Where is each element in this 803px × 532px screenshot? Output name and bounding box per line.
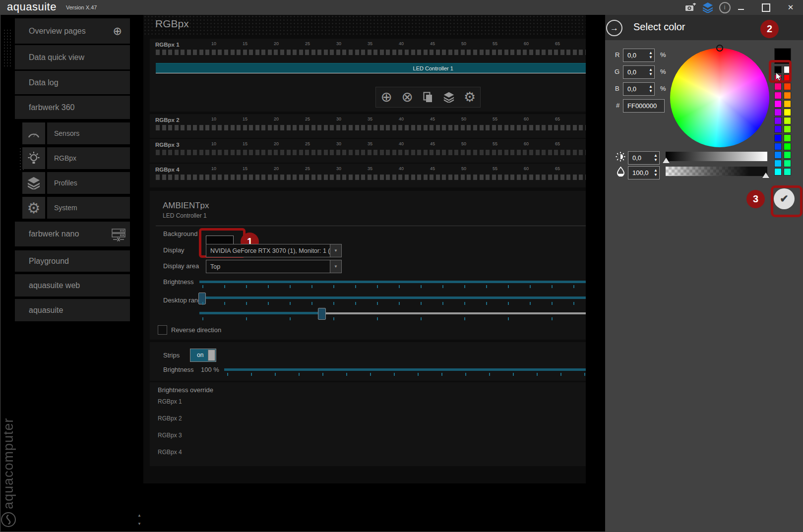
ruler-label: 20 xyxy=(270,41,282,46)
brightness-spinner[interactable]: 0,0 ▲▼ xyxy=(628,151,660,165)
maximize-button[interactable] xyxy=(760,0,772,15)
g-spinner[interactable]: 0,0 ▲▼ xyxy=(623,65,655,79)
preset-swatch[interactable] xyxy=(774,168,782,176)
preset-swatch[interactable] xyxy=(784,117,791,124)
sidebar-item-aquasuite-web[interactable]: aquasuite web xyxy=(15,274,130,296)
ambientpx-subtitle: LED Controller 1 xyxy=(163,212,207,219)
info-button[interactable]: i xyxy=(718,0,731,15)
override-item[interactable]: RGBpx 1 xyxy=(158,396,580,407)
sidebar-item-system[interactable]: System xyxy=(47,197,130,219)
back-arrow-button[interactable]: → xyxy=(606,20,622,36)
add-controller-button[interactable]: ⊕ xyxy=(377,88,396,106)
preset-swatch[interactable] xyxy=(784,100,791,108)
preset-swatch[interactable] xyxy=(774,109,782,116)
confirm-color-button[interactable]: ✔ xyxy=(774,188,795,209)
opacity-slider-marker[interactable] xyxy=(762,173,769,178)
toggle-handle[interactable] xyxy=(208,350,215,361)
desktop-range-slider-end-filled[interactable] xyxy=(199,312,321,314)
profiles-quick-button[interactable] xyxy=(700,0,715,15)
desktop-range-slider-start[interactable] xyxy=(204,296,586,299)
strips-label: Strips xyxy=(163,352,180,359)
override-item[interactable]: RGBpx 4 xyxy=(158,447,580,458)
ruler-label: 60 xyxy=(520,117,532,121)
preset-swatch[interactable] xyxy=(774,92,782,99)
spin-down-icon[interactable]: ▼ xyxy=(654,158,658,162)
system-icon-tile[interactable]: ⚙ xyxy=(22,197,45,219)
sidebar-item-data-quick-view[interactable]: Data quick view xyxy=(15,45,130,69)
preset-swatch[interactable] xyxy=(784,92,791,99)
sidebar-item-farbwerk-nano[interactable]: farbwerk nano xyxy=(15,222,130,246)
strips-brightness-slider[interactable] xyxy=(224,368,586,371)
sidebar-item-sensors[interactable]: Sensors xyxy=(47,122,130,144)
scroll-up-arrow[interactable]: ▲ xyxy=(136,513,143,518)
preset-swatch[interactable] xyxy=(774,151,782,159)
preset-swatch[interactable] xyxy=(784,83,791,90)
brightness-slider[interactable] xyxy=(199,281,586,283)
override-item[interactable]: RGBpx 2 xyxy=(158,413,580,424)
gear-icon: ⚙ xyxy=(27,199,41,217)
opacity-gradient-slider[interactable] xyxy=(666,167,767,176)
spin-down-icon[interactable]: ▼ xyxy=(654,173,658,177)
spin-up-icon[interactable]: ▲ xyxy=(649,51,653,55)
preset-swatch[interactable] xyxy=(774,125,782,133)
override-item[interactable]: RGBpx 3 xyxy=(158,430,580,441)
preset-swatch[interactable] xyxy=(774,134,782,142)
screenshot-button[interactable] xyxy=(683,0,697,15)
sidebar-item-playground[interactable]: Playground xyxy=(15,250,130,272)
copy-button[interactable] xyxy=(419,88,437,106)
minimize-button[interactable] xyxy=(735,0,747,15)
preset-swatch[interactable] xyxy=(774,100,782,108)
ruler-label: 50 xyxy=(458,117,470,121)
sidebar-item-aquasuite[interactable]: aquasuite xyxy=(15,299,130,321)
sidebar-item-profiles[interactable]: Profiles xyxy=(47,172,130,194)
spin-up-icon[interactable]: ▲ xyxy=(654,153,658,158)
led-controller-segment[interactable]: LED Controller 1 xyxy=(156,63,586,73)
sensors-icon-tile[interactable] xyxy=(22,122,45,144)
settings-button[interactable]: ⚙ xyxy=(460,88,479,106)
remove-controller-button[interactable]: ⊗ xyxy=(398,88,417,106)
brightness-slider-marker[interactable] xyxy=(663,158,670,163)
spin-down-icon[interactable]: ▼ xyxy=(649,89,653,93)
sidebar-item-data-log[interactable]: Data log xyxy=(15,71,130,94)
preset-swatch[interactable] xyxy=(784,125,791,133)
profiles-icon-tile[interactable] xyxy=(22,172,45,194)
spin-up-icon[interactable]: ▲ xyxy=(649,67,653,72)
preset-swatch[interactable] xyxy=(774,160,782,167)
strips-toggle[interactable]: on xyxy=(190,349,216,362)
preset-swatch[interactable] xyxy=(784,151,791,159)
opacity-spinner[interactable]: 100,0 ▲▼ xyxy=(628,166,660,179)
desktop-range-slider-end-rest[interactable] xyxy=(325,312,586,314)
preset-swatch[interactable] xyxy=(784,134,791,142)
spin-down-icon[interactable]: ▼ xyxy=(649,55,653,59)
preset-swatch[interactable] xyxy=(784,143,791,150)
chevron-down-icon[interactable]: ▼ xyxy=(330,244,341,257)
add-page-icon[interactable]: ⊕ xyxy=(113,25,122,38)
display-dropdown[interactable]: NVIDIA GeForce RTX 3070 (1), Monitor: 1 … xyxy=(206,244,342,257)
close-button[interactable]: ✕ xyxy=(785,0,797,15)
sidebar-item-farbwerk-360[interactable]: farbwerk 360 xyxy=(15,96,130,119)
preset-swatch[interactable] xyxy=(784,168,791,176)
reverse-direction-checkbox[interactable] xyxy=(158,325,167,335)
layers-button[interactable] xyxy=(439,88,458,106)
scroll-down-arrow[interactable]: ▼ xyxy=(136,522,143,526)
sidebar-item-overview-pages[interactable]: Overview pages ⊕ xyxy=(15,18,130,44)
hex-input[interactable]: FF000000 xyxy=(623,99,665,113)
spin-up-icon[interactable]: ▲ xyxy=(654,168,658,173)
rgbpx-icon-tile[interactable] xyxy=(22,147,45,169)
preset-swatch[interactable] xyxy=(784,109,791,116)
display-area-dropdown[interactable]: Top ▼ xyxy=(206,260,342,273)
r-spinner[interactable]: 0,0 ▲▼ xyxy=(623,49,655,62)
preset-swatch[interactable] xyxy=(774,117,782,124)
b-spinner[interactable]: 0,0 ▲▼ xyxy=(623,82,655,96)
preset-swatch[interactable] xyxy=(784,160,791,167)
sidebar-item-rgbpx[interactable]: RGBpx xyxy=(47,147,130,169)
sidebar-item-label: farbwerk nano xyxy=(29,230,79,238)
brightness-gradient-slider[interactable] xyxy=(666,152,767,161)
spin-up-icon[interactable]: ▲ xyxy=(649,84,653,89)
color-wheel[interactable] xyxy=(670,48,769,147)
chevron-down-icon[interactable]: ▼ xyxy=(330,260,341,273)
preset-swatch[interactable] xyxy=(774,83,782,90)
spin-down-icon[interactable]: ▼ xyxy=(649,72,653,76)
color-wheel-marker[interactable] xyxy=(716,45,723,52)
preset-swatch[interactable] xyxy=(774,143,782,150)
